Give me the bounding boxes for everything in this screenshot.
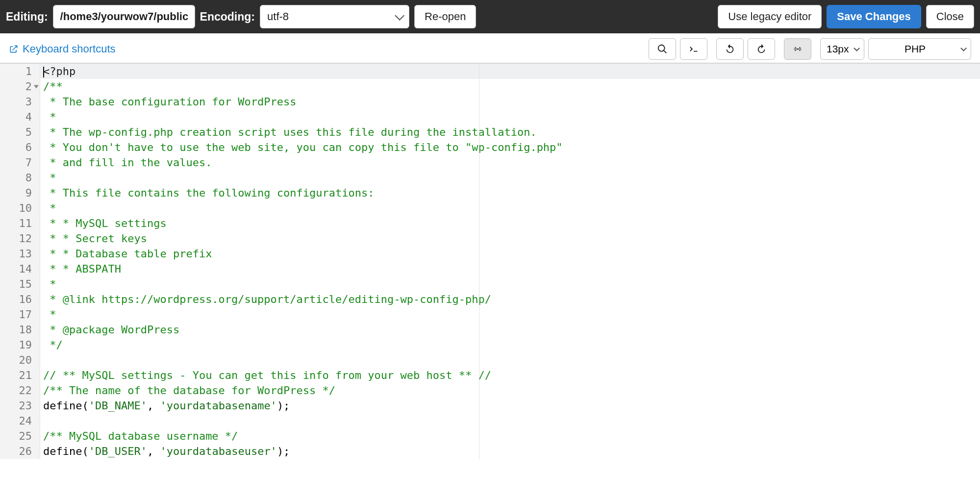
line-number: 10 — [0, 200, 40, 216]
code-line[interactable]: 18 * @package WordPress — [0, 322, 980, 337]
undo-button[interactable] — [716, 38, 744, 60]
code-line[interactable]: 9 * This file contains the following con… — [0, 185, 980, 200]
line-number: 18 — [0, 322, 40, 337]
file-path-input[interactable] — [53, 5, 195, 28]
code-content[interactable]: define('DB_NAME', 'yourdatabasename'); — [40, 398, 290, 413]
line-number: 7 — [0, 155, 40, 170]
code-content[interactable]: * @package WordPress — [40, 322, 179, 337]
code-content[interactable]: * * ABSPATH — [40, 261, 121, 276]
line-number: 15 — [0, 276, 40, 292]
terminal-button[interactable] — [680, 38, 707, 60]
line-number: 26 — [0, 444, 40, 459]
code-line[interactable]: 6 * You don't have to use the web site, … — [0, 140, 980, 155]
encoding-value: utf-8 — [267, 10, 289, 23]
code-line[interactable]: 13 * * Database table prefix — [0, 246, 980, 261]
code-line[interactable]: 2/** — [0, 79, 980, 94]
line-number: 9 — [0, 185, 40, 200]
line-number: 25 — [0, 428, 40, 444]
code-content[interactable]: define('DB_USER', 'yourdatabaseuser'); — [40, 444, 290, 459]
code-content[interactable]: * The base configuration for WordPress — [40, 94, 297, 109]
legacy-editor-button[interactable]: Use legacy editor — [718, 5, 822, 28]
code-line[interactable]: 1<?php — [0, 64, 980, 79]
code-content[interactable]: * * MySQL settings — [40, 216, 167, 231]
font-size-select[interactable]: 13px — [820, 38, 864, 60]
arrows-horizontal-icon — [792, 44, 803, 54]
code-line[interactable]: 21// ** MySQL settings - You can get thi… — [0, 368, 980, 383]
line-number: 21 — [0, 368, 40, 383]
print-margin — [479, 63, 479, 459]
chevron-down-icon — [960, 45, 967, 51]
line-number: 4 — [0, 109, 40, 125]
chevron-down-icon — [395, 11, 404, 21]
code-content[interactable]: * — [40, 307, 56, 322]
code-content[interactable]: /** MySQL database username */ — [40, 428, 238, 444]
code-line[interactable]: 20 — [0, 352, 980, 368]
line-number: 13 — [0, 246, 40, 261]
code-line[interactable]: 11 * * MySQL settings — [0, 216, 980, 231]
code-content[interactable]: /** — [40, 79, 63, 94]
code-line[interactable]: 25/** MySQL database username */ — [0, 428, 980, 444]
code-content[interactable]: * * Database table prefix — [40, 246, 212, 261]
line-number: 11 — [0, 216, 40, 231]
close-button[interactable]: Close — [926, 5, 974, 28]
redo-button[interactable] — [748, 38, 775, 60]
code-content[interactable]: /** The name of the database for WordPre… — [40, 383, 335, 398]
code-line[interactable]: 10 * — [0, 200, 980, 216]
code-content[interactable]: * — [40, 170, 56, 185]
line-number: 8 — [0, 170, 40, 185]
line-number: 12 — [0, 231, 40, 246]
line-number: 20 — [0, 352, 40, 368]
reopen-button[interactable]: Re-open — [414, 5, 476, 28]
code-line[interactable]: 16 * @link https://wordpress.org/support… — [0, 292, 980, 307]
code-line[interactable]: 24 — [0, 413, 980, 428]
code-editor[interactable]: 1<?php2/**3 * The base configuration for… — [0, 63, 980, 459]
line-number: 19 — [0, 337, 40, 352]
editing-label: Editing: — [6, 10, 48, 24]
code-content[interactable]: * * Secret keys — [40, 231, 147, 246]
code-content[interactable]: * — [40, 109, 56, 125]
code-content[interactable]: * @link https://wordpress.org/support/ar… — [40, 292, 491, 307]
line-number: 24 — [0, 413, 40, 428]
redo-icon — [756, 44, 767, 54]
code-content[interactable]: * and fill in the values. — [40, 155, 212, 170]
line-number: 16 — [0, 292, 40, 307]
line-number: 17 — [0, 307, 40, 322]
code-line[interactable]: 15 * — [0, 276, 980, 292]
editor-toolbar: Keyboard shortcuts 13px PHP — [0, 33, 980, 63]
code-line[interactable]: 4 * — [0, 109, 980, 125]
code-line[interactable]: 7 * and fill in the values. — [0, 155, 980, 170]
code-content[interactable]: */ — [40, 337, 63, 352]
code-line[interactable]: 23define('DB_NAME', 'yourdatabasename'); — [0, 398, 980, 413]
code-line[interactable]: 17 * — [0, 307, 980, 322]
font-size-value: 13px — [827, 43, 849, 55]
language-select[interactable]: PHP — [868, 38, 971, 60]
fold-marker-icon[interactable] — [34, 85, 39, 88]
save-changes-button[interactable]: Save Changes — [827, 5, 921, 28]
code-line[interactable]: 3 * The base configuration for WordPress — [0, 94, 980, 109]
code-line[interactable]: 22/** The name of the database for WordP… — [0, 383, 980, 398]
code-line[interactable]: 26define('DB_USER', 'yourdatabaseuser'); — [0, 444, 980, 459]
word-wrap-toggle[interactable] — [784, 38, 811, 60]
external-link-icon — [9, 44, 19, 54]
code-line[interactable]: 12 * * Secret keys — [0, 231, 980, 246]
code-line[interactable]: 14 * * ABSPATH — [0, 261, 980, 276]
code-content[interactable]: * — [40, 200, 56, 216]
code-line[interactable]: 5 * The wp-config.php creation script us… — [0, 125, 980, 140]
code-content[interactable]: // ** MySQL settings - You can get this … — [40, 368, 491, 383]
code-content[interactable]: * — [40, 276, 56, 292]
code-content[interactable] — [40, 413, 43, 428]
line-number: 22 — [0, 383, 40, 398]
code-content[interactable]: <?php — [40, 64, 75, 79]
code-line[interactable]: 8 * — [0, 170, 980, 185]
keyboard-shortcuts-link[interactable]: Keyboard shortcuts — [9, 43, 116, 55]
encoding-select[interactable]: utf-8 — [260, 5, 409, 28]
code-content[interactable] — [40, 352, 43, 368]
keyboard-shortcuts-label: Keyboard shortcuts — [23, 43, 116, 55]
top-bar: Editing: Encoding: utf-8 Re-open Use leg… — [0, 0, 980, 33]
code-content[interactable]: * You don't have to use the web site, yo… — [40, 140, 563, 155]
code-content[interactable]: * The wp-config.php creation script uses… — [40, 125, 537, 140]
search-button[interactable] — [649, 38, 676, 60]
code-content[interactable]: * This file contains the following confi… — [40, 185, 375, 200]
code-line[interactable]: 19 */ — [0, 337, 980, 352]
line-number: 6 — [0, 140, 40, 155]
